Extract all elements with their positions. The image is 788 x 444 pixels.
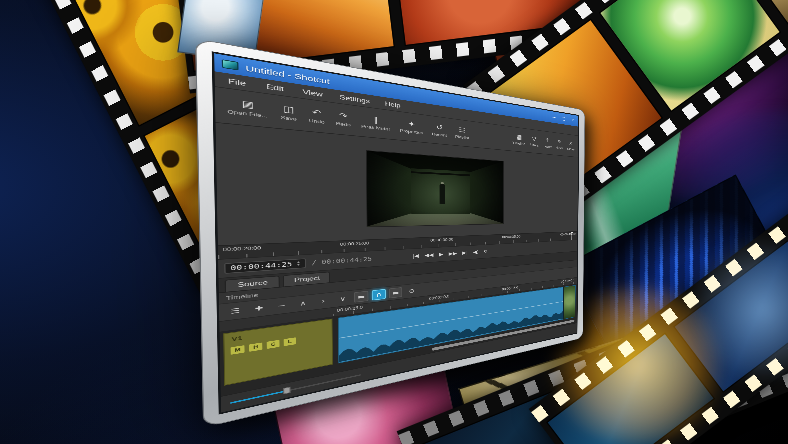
menu-file[interactable]: File bbox=[217, 75, 256, 89]
current-timecode: 00:00:44:25 bbox=[230, 261, 292, 272]
scrub-toggle[interactable]: ▬ bbox=[389, 287, 402, 298]
markers-button[interactable]: ▬ bbox=[354, 291, 369, 303]
properties-icon: ✦ bbox=[408, 120, 415, 128]
timeline-button[interactable]: ▦ Timeline bbox=[510, 132, 527, 147]
undo-button[interactable]: ↶ Undo bbox=[303, 106, 331, 126]
export-icon: ↑ bbox=[545, 137, 550, 143]
track-mute-button[interactable]: M bbox=[231, 345, 245, 355]
menu-edit[interactable]: Edit bbox=[256, 81, 293, 94]
export-button[interactable]: ↑ Export bbox=[541, 136, 554, 150]
append-button[interactable]: ✚ bbox=[249, 302, 268, 316]
peak-meter-icon: ‖ bbox=[374, 116, 379, 124]
loop-button[interactable]: ↻ bbox=[484, 249, 488, 254]
filters-button[interactable]: ▽ Filters bbox=[528, 134, 541, 148]
filters-icon: ▽ bbox=[532, 136, 536, 143]
open-file-button[interactable]: ▤ Open File... bbox=[220, 95, 274, 120]
properties-button[interactable]: ✦ Properties bbox=[395, 118, 428, 137]
save-button[interactable]: ◫ Save bbox=[274, 102, 303, 123]
app-icon bbox=[222, 59, 239, 70]
track-hide-button[interactable]: H bbox=[249, 342, 262, 351]
promo-collage-stage: www bbox=[0, 0, 788, 444]
snap-toggle[interactable]: ∩ bbox=[372, 289, 386, 301]
lift-button[interactable]: ∧ bbox=[294, 297, 311, 310]
menu-help[interactable]: Help bbox=[377, 99, 407, 110]
clip-end-thumbnail bbox=[563, 286, 575, 319]
play-button[interactable]: ▶ bbox=[439, 252, 443, 257]
close-button[interactable]: × bbox=[570, 117, 576, 124]
redo-icon: ↷ bbox=[339, 112, 347, 121]
timeline-icon: ▦ bbox=[516, 134, 522, 141]
redo-button[interactable]: ↷ Redo bbox=[330, 109, 356, 129]
minimize-button[interactable]: — bbox=[551, 114, 557, 121]
toolbar-close-button[interactable]: × Close bbox=[565, 139, 576, 152]
split-button[interactable]: ∨ bbox=[335, 293, 350, 305]
skip-to-start-button[interactable]: |◀ bbox=[412, 253, 419, 259]
fast-forward-button[interactable]: ▶▶ bbox=[449, 251, 457, 257]
notes-button[interactable]: ✎ Notes bbox=[554, 138, 566, 151]
timecode-spinner[interactable]: 00:00:44:25 ▲▼ bbox=[224, 258, 306, 273]
total-duration: / 00:00:44:25 bbox=[312, 256, 372, 267]
zoom-slider-handle[interactable] bbox=[283, 387, 290, 395]
ripple-delete-button[interactable]: − bbox=[272, 299, 290, 312]
peak-meter-button[interactable]: ‖ Peak Meter bbox=[356, 113, 395, 134]
playlist-button[interactable]: ☰ Playlist bbox=[451, 125, 473, 142]
skip-to-end-button[interactable]: ▶| bbox=[462, 250, 468, 255]
recent-button[interactable]: ↺ Recent bbox=[428, 122, 452, 139]
open-file-icon: ▤ bbox=[242, 100, 254, 110]
video-preview[interactable] bbox=[367, 151, 504, 227]
recent-icon: ↺ bbox=[436, 124, 442, 132]
transport-buttons: |◀ ◀◀ ▶ ▶▶ ▶| ◀) ↻ bbox=[412, 249, 487, 259]
rewind-button[interactable]: ◀◀ bbox=[425, 252, 434, 258]
ripple-toggle[interactable]: ⊙ bbox=[405, 285, 418, 296]
save-icon: ◫ bbox=[283, 105, 294, 115]
maximize-button[interactable]: ▢ bbox=[560, 115, 566, 122]
track-composite-button[interactable]: C bbox=[267, 340, 280, 349]
overwrite-button[interactable]: › bbox=[315, 295, 331, 308]
notes-icon: ✎ bbox=[557, 139, 561, 145]
playhead[interactable] bbox=[571, 232, 572, 240]
menu-view[interactable]: View bbox=[293, 86, 331, 99]
track-lock-button[interactable]: L bbox=[284, 337, 296, 346]
spinner-arrows[interactable]: ▲▼ bbox=[296, 260, 301, 267]
undo-icon: ↶ bbox=[312, 108, 321, 117]
toolbar-close-icon: × bbox=[569, 140, 573, 146]
mute-button[interactable]: ◀) bbox=[473, 249, 479, 254]
track-name: V1 bbox=[232, 335, 243, 343]
timeline-menu-button[interactable]: ☰ bbox=[225, 304, 245, 318]
playlist-icon: ☰ bbox=[459, 127, 465, 135]
